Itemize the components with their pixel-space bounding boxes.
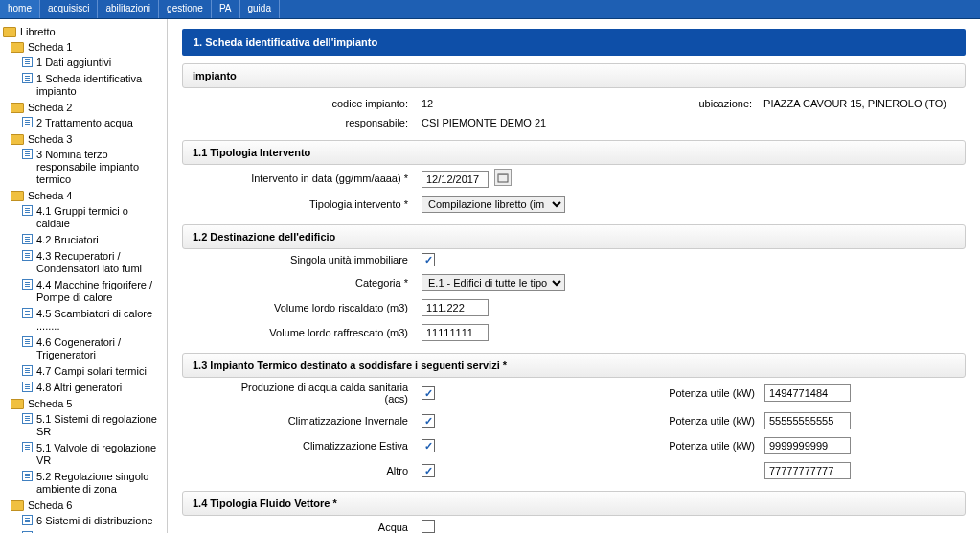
calendar-icon[interactable] (494, 169, 512, 186)
tree-leaf[interactable]: 1 Scheda identificativa impianto (11, 71, 164, 100)
label-pot-est: Potenza utile (kW) (669, 440, 764, 452)
input-pot-acs[interactable] (764, 384, 851, 402)
document-icon (22, 149, 33, 159)
tree-leaf-label: 2 Trattamento acqua (36, 117, 133, 129)
value-codice: 12 (422, 98, 574, 109)
input-vol-risc[interactable] (422, 299, 489, 316)
section-1-4: 1.4 Tipologia Fluido Vettore * (182, 491, 966, 516)
tree-leaf[interactable]: 2 Trattamento acqua (11, 115, 164, 131)
tree-folder[interactable]: Scheda 5 (11, 396, 164, 411)
tree-leaf[interactable]: 4.5 Scambiatori di calore ........ (11, 306, 164, 335)
tree-folder[interactable]: Scheda 1 (11, 39, 164, 55)
tree-root-label: Libretto (20, 26, 56, 37)
tree-leaf[interactable]: 5.1 Valvole di regolazione VR (11, 440, 164, 469)
checkbox-s13-altro[interactable] (422, 464, 435, 477)
document-icon (22, 279, 33, 290)
document-icon (22, 73, 33, 83)
label-pot-acs: Potenza utile (kW) (669, 387, 764, 399)
tree-leaf[interactable]: 3 Nomina terzo responsabile impianto ter… (11, 147, 164, 188)
tree-leaf-label: 6 Sistemi di distribuzione (36, 515, 153, 527)
tree-leaf-label: 4.6 Cogeneratori / Trigeneratori (36, 336, 164, 361)
tree-leaf[interactable]: 4.7 Campi solari termici (11, 363, 164, 380)
value-ubicazione: PIAZZA CAVOUR 15, PINEROLO (TO) (763, 98, 966, 109)
document-icon (22, 515, 33, 525)
tree-leaf[interactable]: 4.2 Bruciatori (11, 232, 164, 248)
value-responsabile: CSI PIEMONTE DEMO 21 (422, 117, 966, 128)
nav-acquisisci[interactable]: acquisisci (40, 0, 98, 18)
nav-home[interactable]: home (0, 0, 40, 18)
label-ubicazione: ubicazione: (698, 98, 763, 109)
tree-leaf-label: 4.1 Gruppi termici o caldaie (36, 205, 164, 230)
document-icon (22, 442, 33, 452)
tree-root-libretto[interactable]: Libretto (3, 24, 164, 39)
checkbox-acqua[interactable] (422, 520, 435, 533)
label-acqua: Acqua (182, 521, 422, 533)
tree-folder[interactable]: Scheda 4 (11, 188, 164, 203)
label-vol-raff: Volume lordo raffrescato (m3) (182, 327, 422, 338)
document-icon (22, 413, 33, 424)
tree-leaf-label: 1 Dati aggiuntivi (36, 57, 111, 69)
tree-leaf-label: 5.1 Valvole di regolazione VR (36, 442, 164, 467)
tree-leaf[interactable]: 4.6 Cogeneratori / Trigeneratori (11, 335, 164, 363)
checkbox-clim-inv[interactable] (422, 414, 435, 428)
tree-leaf[interactable]: 4.1 Gruppi termici o caldaie (11, 203, 164, 232)
section-1-3: 1.3 Impianto Termico destinato a soddisf… (182, 353, 966, 378)
nav-abilitazioni[interactable]: abilitazioni (98, 0, 159, 18)
tree-leaf[interactable]: 1 Dati aggiuntivi (11, 55, 164, 71)
folder-icon (3, 27, 16, 37)
label-vol-risc: Volume lordo riscaldato (m3) (182, 302, 422, 313)
nav-gestione[interactable]: gestione (159, 0, 212, 18)
input-s13-altro[interactable] (764, 462, 851, 479)
folder-icon (11, 500, 24, 511)
tree-leaf[interactable]: 4.3 Recuperatori / Condensatori lato fum… (11, 248, 164, 277)
tree-leaf[interactable]: 5.1 Sistemi di regolazione SR (11, 411, 164, 440)
document-icon (22, 250, 33, 261)
input-intervento-data[interactable] (422, 171, 489, 188)
document-icon (22, 365, 33, 376)
tree-folder-label: Scheda 6 (28, 499, 72, 511)
tree-folder-label: Scheda 2 (28, 102, 72, 113)
label-acs: Produzione di acqua calda sanitaria (acs… (182, 382, 422, 405)
checkbox-acs[interactable] (422, 386, 435, 400)
document-icon (22, 382, 33, 392)
label-s13-altro: Altro (182, 465, 422, 476)
select-tipologia-intervento[interactable]: Compilazione libretto (im (422, 196, 565, 213)
tree-leaf-label: 5.2 Regolazione singolo ambiente di zona (36, 471, 164, 496)
content-area: 1. Scheda identificativa dell'impianto i… (168, 19, 980, 533)
document-icon (22, 205, 33, 216)
section-1-2: 1.2 Destinazione dell'edificio (182, 224, 966, 249)
document-icon (22, 308, 33, 318)
label-codice: codice impianto: (182, 98, 422, 109)
tree-folder-label: Scheda 5 (28, 398, 72, 409)
input-vol-raff[interactable] (422, 324, 489, 341)
tree-leaf[interactable]: 4.8 Altri generatori (11, 380, 164, 396)
select-categoria[interactable]: E.1 - Edifici di tutte le tipo (422, 274, 565, 291)
checkbox-clim-est[interactable] (422, 439, 435, 452)
input-pot-inv[interactable] (764, 412, 851, 429)
nav-guida[interactable]: guida (240, 0, 280, 18)
folder-icon (11, 191, 24, 201)
label-tipologia-intervento: Tipologia intervento * (182, 198, 422, 210)
tree-leaf-label: 1 Scheda identificativa impianto (36, 73, 164, 98)
document-icon (22, 234, 33, 244)
tree-leaf[interactable]: 6 Sistemi di distribuzione (11, 513, 164, 529)
tree-leaf-label: 5.1 Sistemi di regolazione SR (36, 413, 164, 438)
label-responsabile: responsabile: (182, 117, 422, 128)
folder-icon (11, 42, 24, 53)
tree-leaf[interactable]: 5.2 Regolazione singolo ambiente di zona (11, 469, 164, 498)
folder-icon (11, 103, 24, 113)
tree-leaf-label: 3 Nomina terzo responsabile impianto ter… (36, 149, 164, 186)
input-pot-est[interactable] (764, 437, 851, 454)
tree-folder[interactable]: Scheda 3 (11, 131, 164, 147)
nav-pa[interactable]: PA (212, 0, 240, 18)
section-impianto: impianto (182, 63, 966, 88)
tree-leaf[interactable]: 6.4 Pompe di circolazione (se non incorp… (11, 529, 164, 533)
tree-folder[interactable]: Scheda 2 (11, 100, 164, 115)
top-nav: home acquisisci abilitazioni gestione PA… (0, 0, 980, 19)
label-clim-est: Climatizzazione Estiva (182, 440, 422, 452)
document-icon (22, 336, 33, 347)
checkbox-singola[interactable] (422, 253, 435, 266)
tree-leaf-label: 4.4 Macchine frigorifere / Pompe di calo… (36, 279, 164, 304)
tree-leaf[interactable]: 4.4 Macchine frigorifere / Pompe di calo… (11, 277, 164, 306)
tree-folder[interactable]: Scheda 6 (11, 498, 164, 513)
